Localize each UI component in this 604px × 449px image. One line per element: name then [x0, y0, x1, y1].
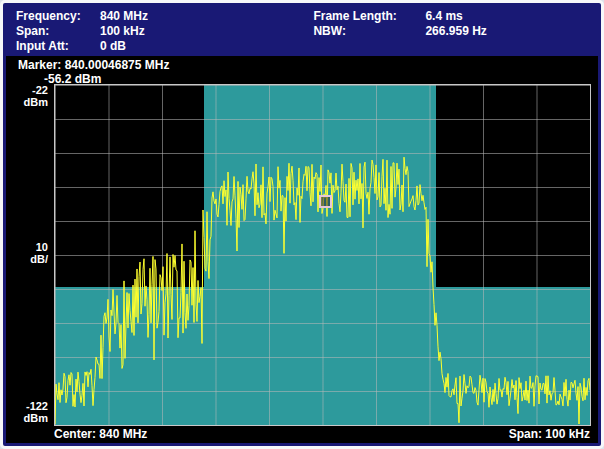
input-att-value: 0 dB — [100, 39, 126, 54]
frequency-footer: Center: 840 MHz Span: 100 kHz — [6, 426, 598, 443]
nbw-label: NBW: — [313, 24, 425, 39]
spectrum-plot — [54, 84, 591, 426]
center-frequency-label: Center: 840 MHz — [54, 427, 147, 443]
y-axis-labels: -22 dBm 10 dB/ -122 dBm — [6, 84, 54, 426]
frame-length-label: Frame Length: — [313, 9, 425, 24]
nbw-value: 266.959 Hz — [425, 24, 486, 39]
span-value: 100 kHz — [100, 24, 145, 39]
span-footer-label: Span: 100 kHz — [509, 427, 590, 443]
scale-value: 10 — [30, 241, 48, 253]
ref-level-label: -22 dBm — [24, 84, 48, 108]
span-setting: Span: 100 kHz — [16, 24, 313, 39]
frequency-setting: Frequency: 840 MHz — [16, 9, 313, 24]
spectrum-analyzer-screen: Frequency: 840 MHz Span: 100 kHz Input A… — [0, 0, 604, 449]
ref-level-value: -22 — [24, 84, 48, 96]
scale-unit: dB/ — [30, 253, 48, 265]
marker-readout: Marker: 840.00046875 MHz -56.2 dBm — [6, 56, 598, 84]
marker-1-handle[interactable] — [319, 195, 332, 208]
spectrum-trace — [55, 85, 590, 425]
frame-length-setting: Frame Length: 6.4 ms — [313, 9, 588, 24]
plot-row: -22 dBm 10 dB/ -122 dBm — [6, 84, 598, 426]
nbw-setting: NBW: 266.959 Hz — [313, 24, 588, 39]
bottom-level-value: -122 — [24, 400, 48, 412]
frequency-label: Frequency: — [16, 9, 100, 24]
display-area: Marker: 840.00046875 MHz -56.2 dBm -22 d… — [6, 56, 598, 443]
frame-length-value: 6.4 ms — [425, 9, 462, 24]
bottom-level-unit: dBm — [24, 412, 48, 424]
bottom-level-label: -122 dBm — [24, 400, 48, 424]
input-att-setting: Input Att: 0 dB — [16, 39, 313, 54]
settings-left-column: Frequency: 840 MHz Span: 100 kHz Input A… — [16, 9, 313, 54]
span-label: Span: — [16, 24, 100, 39]
frequency-value: 840 MHz — [100, 9, 148, 24]
marker-frequency-readout: Marker: 840.00046875 MHz — [18, 58, 598, 72]
ref-level-unit: dBm — [24, 96, 48, 108]
input-att-label: Input Att: — [16, 39, 100, 54]
settings-bar: Frequency: 840 MHz Span: 100 kHz Input A… — [6, 6, 598, 56]
settings-right-column: Frame Length: 6.4 ms NBW: 266.959 Hz — [313, 9, 588, 54]
scale-per-div-label: 10 dB/ — [30, 241, 48, 265]
